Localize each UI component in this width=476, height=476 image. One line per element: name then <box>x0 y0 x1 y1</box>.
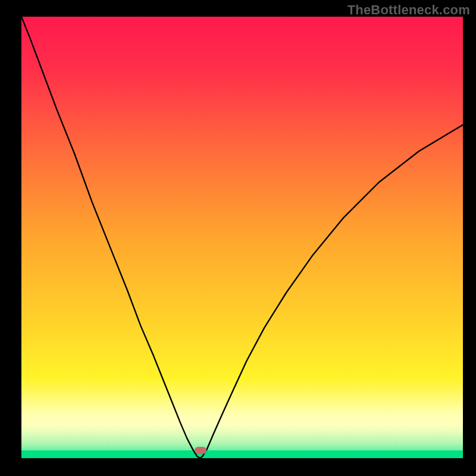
bottleneck-marker <box>195 447 206 454</box>
chart-frame: TheBottleneck.com <box>0 0 476 476</box>
curve-path <box>21 17 463 458</box>
watermark-text: TheBottleneck.com <box>347 2 470 18</box>
bottleneck-curve <box>21 17 463 458</box>
plot-area <box>21 17 463 458</box>
